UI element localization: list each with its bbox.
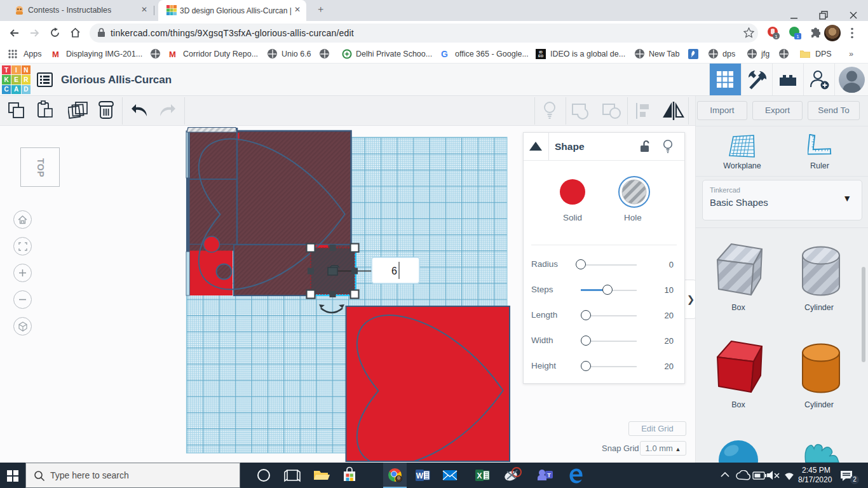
svg-text:W: W xyxy=(416,471,424,480)
svg-text:1: 1 xyxy=(775,34,778,39)
svg-text:EO: EO xyxy=(538,54,544,58)
svg-text:1: 1 xyxy=(796,34,799,39)
svg-text:T: T xyxy=(547,472,551,478)
svg-text:6: 6 xyxy=(391,266,397,276)
svg-text:X: X xyxy=(477,471,482,480)
